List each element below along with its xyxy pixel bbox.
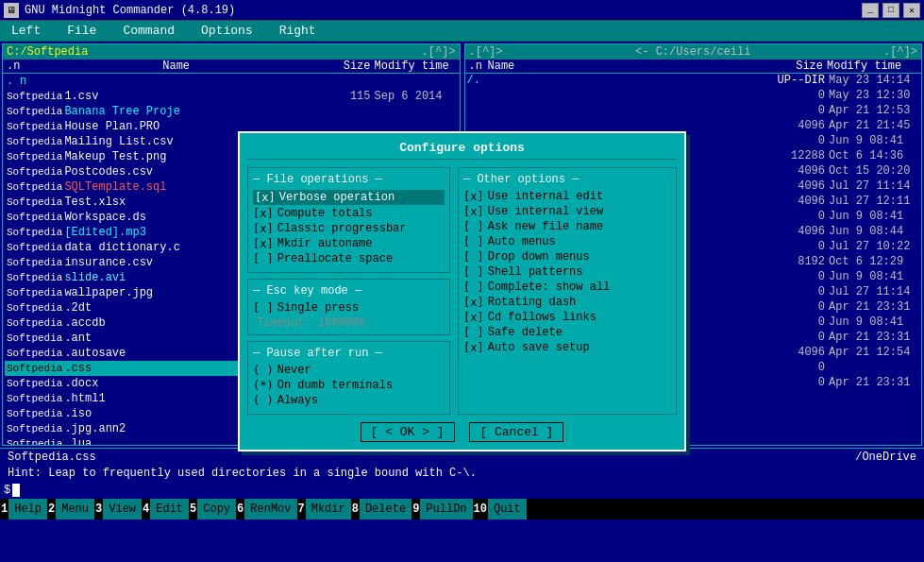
check-mkdir[interactable]: [x] Mkdir autoname [253,237,445,250]
check-single-press[interactable]: [ ] Single press [253,301,445,315]
esc-title: ─ Esc key mode ─ [253,284,445,298]
titlebar-controls: _ □ ✕ [862,3,920,18]
file-ops-title: ─ File operations ─ [253,173,445,186]
other-title: ─ Other options ─ [463,173,671,186]
check-progressbar-box: [x] [253,222,274,235]
check-safe-delete[interactable]: [ ] Safe delete [463,326,671,339]
check-dropdown-menus[interactable]: [ ] Drop down menus [463,250,671,264]
cancel-button[interactable]: [ Cancel ] [469,422,563,442]
check-verbose[interactable]: [x] Verbose operation [253,190,445,205]
dialog-body: ─ File operations ─ [x] Verbose operatio… [247,167,677,415]
radio-never-box: ( ) [253,364,274,377]
radio-dumb[interactable]: (*) On dumb terminals [253,379,445,392]
radio-never-label: Never [277,364,311,377]
radio-never[interactable]: ( ) Never [253,364,445,377]
configure-dialog: Configure options ─ File operations ─ [x… [238,131,686,451]
check-mkdir-box: [x] [253,237,274,250]
ok-button[interactable]: [ < OK > ] [361,422,455,442]
check-auto-save[interactable]: [x] Auto save setup [463,341,671,354]
radio-dumb-box: (*) [253,379,274,392]
dialog-buttons: [ < OK > ] [ Cancel ] [247,422,677,442]
radio-always-box: ( ) [253,394,274,407]
check-single-press-label: Single press [277,301,359,315]
check-progressbar[interactable]: [x] Classic progressbar [253,222,445,235]
check-totals-label: Compute totals [277,207,373,220]
radio-always[interactable]: ( ) Always [253,394,445,407]
window-title: GNU Midnight Commander (4.8.19) [25,4,235,17]
check-preallocate[interactable]: [ ] Preallocate space [253,252,445,265]
pause-section: ─ Pause after run ─ ( ) Never (*) On dum… [247,341,450,415]
check-rotating-dash[interactable]: [x] Rotating dash [463,296,671,309]
dialog-overlay: Configure options ─ File operations ─ [x… [0,21,924,562]
check-single-press-box: [ ] [253,301,274,315]
other-section: ─ Other options ─ [x] Use internal edit … [458,167,677,415]
check-preallocate-box: [ ] [253,252,274,265]
titlebar: 🖥 GNU Midnight Commander (4.8.19) _ □ ✕ [0,0,924,21]
dialog-left-col: ─ File operations ─ [x] Verbose operatio… [247,167,450,415]
check-cd-follows[interactable]: [x] Cd follows links [463,311,671,324]
file-ops-section: ─ File operations ─ [x] Verbose operatio… [247,167,450,273]
check-verbose-label: Verbose operation [279,191,395,204]
esc-section: ─ Esc key mode ─ [ ] Single press Timeou… [247,279,450,335]
check-mkdir-label: Mkdir autoname [277,237,373,250]
check-totals[interactable]: [x] Compute totals [253,207,445,220]
app-icon: 🖥 [4,3,19,18]
check-auto-menus[interactable]: [ ] Auto menus [463,235,671,248]
timeout-text: Timeout: 1000000 [253,316,445,330]
titlebar-left: 🖥 GNU Midnight Commander (4.8.19) [4,3,235,18]
check-internal-view[interactable]: [x] Use internal view [463,205,671,218]
check-progressbar-label: Classic progressbar [277,222,407,235]
pause-title: ─ Pause after run ─ [253,347,445,360]
maximize-button[interactable]: □ [882,3,899,18]
radio-dumb-label: On dumb terminals [277,379,393,392]
check-internal-edit[interactable]: [x] Use internal edit [463,190,671,203]
check-ask-filename[interactable]: [ ] Ask new file name [463,220,671,233]
check-totals-box: [x] [253,207,274,220]
check-preallocate-label: Preallocate space [277,252,393,265]
minimize-button[interactable]: _ [862,3,879,18]
radio-always-label: Always [277,394,318,407]
check-shell-patterns[interactable]: [ ] Shell patterns [463,265,671,279]
close-button[interactable]: ✕ [903,3,920,18]
check-complete-show[interactable]: [ ] Complete: show all [463,281,671,294]
dialog-title: Configure options [247,141,677,160]
check-verbose-box: [x] [255,191,276,204]
